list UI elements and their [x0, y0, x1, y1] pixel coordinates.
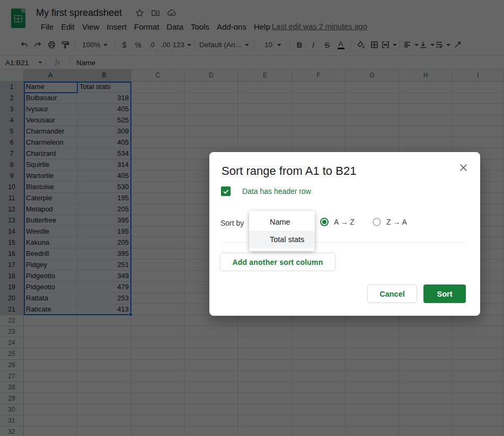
sort-direction-radios: A → Z Z → A: [320, 218, 407, 226]
sort-by-label: Sort by: [220, 219, 244, 227]
checkbox-checked-icon[interactable]: [221, 186, 231, 196]
descending-label[interactable]: Z → A: [386, 218, 407, 226]
cancel-button[interactable]: Cancel: [367, 284, 417, 303]
radio-ascending-selected[interactable]: [320, 218, 329, 226]
header-row-checkbox-row[interactable]: Data has header row: [221, 186, 311, 196]
dialog-title: Sort range from A1 to B21: [222, 164, 356, 178]
sort-column-dropdown: NameTotal stats: [249, 211, 315, 251]
sort-button[interactable]: Sort: [423, 284, 466, 303]
ascending-label[interactable]: A → Z: [334, 218, 355, 226]
dropdown-option-name[interactable]: Name: [249, 213, 315, 231]
close-icon[interactable]: [458, 162, 468, 173]
add-sort-column-button[interactable]: Add another sort column: [220, 253, 335, 271]
sheets-app: My first spreadsheet FileEditViewInsertF…: [0, 0, 504, 436]
dropdown-option-total-stats[interactable]: Total stats: [249, 231, 315, 248]
radio-descending[interactable]: [373, 218, 381, 226]
header-row-checkbox-label[interactable]: Data has header row: [242, 187, 311, 195]
